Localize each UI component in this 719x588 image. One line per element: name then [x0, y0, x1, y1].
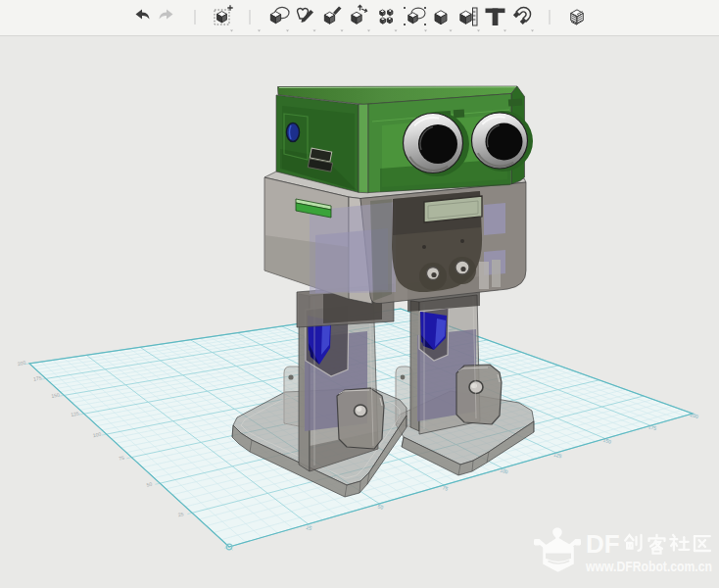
svg-text:www.DFRobot.com.cn: www.DFRobot.com.cn	[585, 559, 712, 574]
svg-text:DF: DF	[586, 529, 620, 559]
